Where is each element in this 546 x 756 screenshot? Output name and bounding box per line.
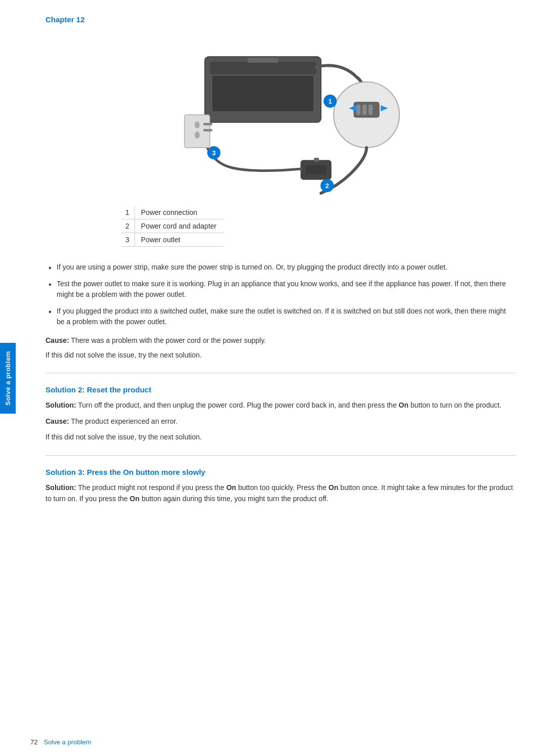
solution-3-block: Solution 3: Press the On button more slo… [46, 468, 516, 504]
solution-2-label: Solution: [46, 401, 76, 409]
svg-rect-12 [306, 165, 326, 174]
legend-row-2: 2 Power cord and adapter [121, 219, 223, 233]
bullet-list: If you are using a power strip, make sur… [46, 262, 516, 327]
resolve-line-1: If this did not solve the issue, try the… [46, 350, 516, 361]
chapter-heading: Chapter 12 [46, 15, 516, 24]
solution-3-text: Solution: The product might not respond … [46, 482, 516, 504]
solution-3-on3: On [130, 495, 140, 503]
svg-rect-6 [356, 105, 360, 115]
solution-3-body2: button too quickly. Press the [236, 483, 329, 492]
svg-rect-17 [203, 123, 212, 125]
solution-3-body1: The product might not respond if you pre… [76, 483, 226, 492]
svg-rect-7 [362, 105, 367, 115]
legend-num-1: 1 [121, 206, 134, 219]
bullet-item-1: If you are using a power strip, make sur… [46, 262, 516, 273]
cause-text-1: There was a problem with the power cord … [69, 336, 266, 344]
solution-3-heading-bold: On [123, 468, 133, 476]
legend-table: 1 Power connection 2 Power cord and adap… [121, 206, 223, 247]
svg-rect-13 [314, 158, 319, 162]
main-content: Chapter 12 [15, 0, 546, 535]
solution-2-block: Solution 2: Reset the product Solution: … [46, 385, 516, 443]
legend-num-2: 2 [121, 219, 134, 233]
footer-page-number: 72 [30, 738, 37, 746]
divider-2 [46, 455, 516, 456]
footer-label: Solve a problem [43, 738, 91, 746]
resolve-line-2: If this did not solve the issue, try the… [46, 432, 516, 443]
legend-row-1: 1 Power connection [121, 206, 223, 219]
diagram-container: 1 2 3 [46, 34, 516, 196]
cause-line-2: Cause: The product experienced an error. [46, 416, 516, 427]
page-footer: 72 Solve a problem [30, 738, 91, 746]
svg-rect-18 [203, 129, 212, 131]
solution-3-label: Solution: [46, 483, 76, 492]
svg-point-16 [195, 131, 200, 139]
sidebar-tab: Solve a problem [0, 343, 16, 414]
solution-3-body4: button again during this time, you might… [140, 495, 328, 503]
solution-3-heading: Solution 3: Press the On button more slo… [46, 468, 516, 476]
solution-3-heading-suffix: button more slowly [133, 468, 205, 476]
svg-rect-3 [248, 58, 278, 63]
divider-1 [46, 373, 516, 373]
svg-rect-8 [369, 105, 373, 115]
cause-line-1: Cause: There was a problem with the powe… [46, 335, 516, 346]
svg-rect-2 [212, 76, 313, 111]
bullet-item-3: If you plugged the product into a switch… [46, 306, 516, 327]
svg-text:1: 1 [328, 98, 332, 105]
solution-2-heading: Solution 2: Reset the product [46, 385, 516, 394]
legend-text-3: Power outlet [134, 233, 223, 247]
bullet-item-2: Test the power outlet to make sure it is… [46, 279, 516, 300]
svg-text:2: 2 [325, 182, 329, 190]
cause-text-2: The product experienced an error. [69, 417, 178, 425]
svg-point-15 [195, 121, 200, 128]
solution-2-on: On [399, 401, 408, 409]
solution-2-body: Turn off the product, and then unplug th… [76, 401, 399, 409]
solution-3-heading-prefix: Solution 3: Press the [46, 468, 123, 476]
legend-text-2: Power cord and adapter [134, 219, 223, 233]
legend-num-3: 3 [121, 233, 134, 247]
cause-label-2: Cause: [46, 417, 69, 425]
printer-illustration: 1 2 3 [154, 34, 407, 196]
svg-rect-1 [210, 62, 316, 74]
solution-2-body2: button to turn on the product. [408, 401, 502, 409]
cause-label-1: Cause: [46, 336, 69, 344]
legend-row-3: 3 Power outlet [121, 233, 223, 247]
legend-text-1: Power connection [134, 206, 223, 219]
svg-text:3: 3 [212, 149, 215, 157]
solution-3-on2: On [329, 483, 338, 492]
solution-2-text: Solution: Turn off the product, and then… [46, 400, 516, 411]
solution-3-on1: On [226, 483, 236, 492]
